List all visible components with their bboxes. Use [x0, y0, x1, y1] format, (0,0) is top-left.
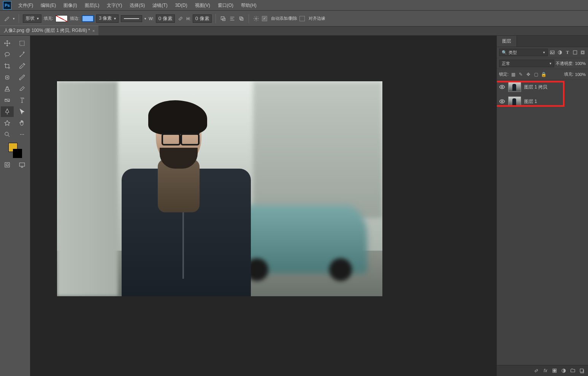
visibility-icon[interactable]	[499, 98, 505, 104]
layer-fx-icon[interactable]: fx	[542, 368, 548, 374]
shape-mode-dropdown[interactable]: 形状	[23, 14, 41, 23]
blend-mode-row: 正常 不透明度: 100%	[497, 58, 588, 69]
move-tool[interactable]	[1, 38, 14, 49]
filter-image-icon[interactable]	[549, 49, 555, 55]
group-icon[interactable]	[570, 368, 576, 374]
close-tab-icon[interactable]: ×	[92, 28, 95, 33]
height-input[interactable]	[193, 14, 212, 23]
filter-adjust-icon[interactable]	[557, 49, 563, 55]
align-edges-checkbox[interactable]	[300, 16, 305, 21]
path-ops-icon[interactable]	[220, 15, 227, 22]
fill-opacity-value[interactable]: 100%	[575, 72, 586, 77]
width-input[interactable]	[156, 14, 175, 23]
layer-list[interactable]: 图层 1 拷贝 图层 1	[497, 80, 588, 365]
layer-row[interactable]: 图层 1 拷贝	[497, 80, 588, 94]
lock-label: 锁定:	[499, 71, 509, 77]
link-layers-icon[interactable]	[533, 368, 539, 374]
menu-select[interactable]: 选择(S)	[126, 0, 149, 11]
canvas-area[interactable]	[30, 36, 497, 376]
layer-mask-icon[interactable]	[552, 368, 558, 374]
background-color[interactable]	[13, 149, 22, 158]
visibility-icon[interactable]	[499, 84, 505, 90]
layer-name[interactable]: 图层 1	[524, 98, 537, 105]
align-icon[interactable]	[229, 15, 236, 22]
hand-tool[interactable]	[16, 118, 29, 128]
color-swatches[interactable]	[8, 143, 23, 158]
menu-view[interactable]: 视图(V)	[191, 0, 214, 11]
screen-mode-tool[interactable]	[16, 160, 29, 170]
width-label: W:	[149, 16, 154, 21]
brush-tool[interactable]	[16, 72, 29, 83]
crop-tool[interactable]	[1, 61, 14, 71]
adjustment-layer-icon[interactable]	[561, 368, 567, 374]
menu-filter[interactable]: 滤镜(T)	[149, 0, 171, 11]
layer-filter-row: 🔍 类型 T	[497, 47, 588, 58]
document-title: 人像2.png @ 100% (图层 1 拷贝, RGB/8) *	[4, 27, 90, 34]
type-tool[interactable]	[16, 95, 29, 106]
edit-toolbar[interactable]: ⋯	[16, 129, 29, 140]
menu-layer[interactable]: 图层(L)	[81, 0, 103, 11]
filter-type-label: 类型	[509, 50, 517, 55]
svg-point-20	[501, 101, 503, 102]
arrange-icon[interactable]	[238, 15, 245, 22]
svg-point-19	[501, 86, 503, 88]
menu-file[interactable]: 文件(F)	[14, 0, 37, 11]
pen-tool-icon[interactable]	[4, 15, 11, 22]
link-icon[interactable]	[177, 15, 184, 22]
filter-type-icon[interactable]: T	[564, 49, 571, 55]
new-layer-icon[interactable]	[579, 368, 585, 374]
document-canvas[interactable]	[57, 81, 382, 296]
quick-mask-tool[interactable]	[1, 160, 14, 170]
document-tab[interactable]: 人像2.png @ 100% (图层 1 拷贝, RGB/8) * ×	[0, 25, 98, 35]
stroke-style-dropdown[interactable]	[121, 15, 142, 22]
filter-shape-icon[interactable]	[572, 49, 578, 55]
healing-brush-tool[interactable]	[1, 72, 14, 83]
shape-tool[interactable]	[1, 118, 14, 128]
svg-point-11	[6, 164, 8, 166]
gradient-tool[interactable]	[1, 95, 14, 106]
stroke-swatch[interactable]	[82, 15, 94, 22]
zoom-tool[interactable]	[1, 129, 14, 140]
auto-add-delete-label: 自动添加/删除	[271, 16, 297, 21]
layers-panel: 图层 🔍 类型 T 正常 不透明度: 100% 锁定: ▦ ✎ ✥ ▢ 🔒 填充…	[497, 36, 588, 376]
filter-smart-icon[interactable]	[580, 49, 586, 55]
clone-stamp-tool[interactable]	[1, 84, 14, 94]
layer-filter-dropdown[interactable]: 🔍 类型	[499, 49, 548, 56]
pen-tool[interactable]	[1, 106, 14, 117]
layer-row[interactable]: 图层 1	[497, 94, 588, 109]
document-tab-bar: 人像2.png @ 100% (图层 1 拷贝, RGB/8) * ×	[0, 27, 588, 36]
svg-rect-5	[20, 41, 24, 46]
menu-edit[interactable]: 编辑(E)	[37, 0, 60, 11]
svg-rect-10	[5, 163, 10, 167]
lock-position-icon[interactable]: ✥	[525, 71, 531, 77]
eraser-tool[interactable]	[16, 84, 29, 94]
layer-thumbnail[interactable]	[508, 82, 521, 92]
lasso-tool[interactable]	[1, 49, 14, 60]
menu-window[interactable]: 窗口(O)	[214, 0, 237, 11]
stroke-width-dropdown[interactable]: 3 像素	[96, 14, 119, 23]
path-selection-tool[interactable]	[16, 106, 29, 117]
eyedropper-tool[interactable]	[16, 61, 29, 71]
blend-mode-dropdown[interactable]: 正常	[499, 60, 554, 67]
lock-pixels-icon[interactable]: ▦	[510, 71, 516, 77]
menu-help[interactable]: 帮助(H)	[237, 0, 260, 11]
lock-row: 锁定: ▦ ✎ ✥ ▢ 🔒 填充: 100%	[497, 69, 588, 80]
layers-tab[interactable]: 图层	[497, 36, 517, 47]
fill-swatch[interactable]	[55, 15, 68, 22]
layer-name[interactable]: 图层 1 拷贝	[524, 84, 547, 90]
gear-icon[interactable]	[253, 15, 260, 22]
layer-thumbnail[interactable]	[508, 96, 521, 106]
menu-image[interactable]: 图像(I)	[60, 0, 81, 11]
menu-3d[interactable]: 3D(D)	[171, 0, 191, 11]
separator	[19, 14, 19, 23]
lock-artboard-icon[interactable]: ▢	[533, 71, 539, 77]
auto-add-delete-checkbox[interactable]: ✓	[262, 16, 267, 21]
opacity-value[interactable]: 100%	[575, 61, 586, 66]
menu-type[interactable]: 文字(Y)	[103, 0, 126, 11]
marquee-tool[interactable]	[16, 38, 29, 49]
magic-wand-tool[interactable]	[16, 49, 29, 60]
lock-all-icon[interactable]: 🔒	[540, 71, 547, 77]
search-icon: 🔍	[502, 50, 507, 55]
lock-brush-icon[interactable]: ✎	[518, 71, 524, 77]
svg-rect-12	[19, 163, 25, 166]
